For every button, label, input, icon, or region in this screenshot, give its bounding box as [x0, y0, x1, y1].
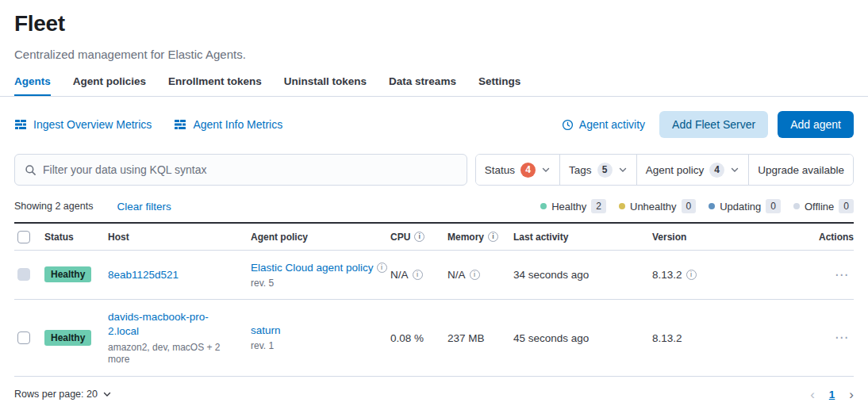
- table-footer: Rows per page: 20 ‹ 1 ›: [14, 388, 854, 401]
- filter-group: Status 4 Tags 5 Agent policy 4 Upgrade a…: [475, 154, 854, 186]
- legend-healthy-label: Healthy: [551, 201, 586, 213]
- cpu-info-icon[interactable]: i: [414, 232, 424, 242]
- tab-enrollment-tokens[interactable]: Enrollment tokens: [168, 75, 262, 96]
- filter-tags[interactable]: Tags 5: [559, 155, 636, 185]
- row-checkbox[interactable]: [17, 268, 30, 281]
- legend-unhealthy-count: 0: [682, 199, 697, 213]
- search-icon: [25, 164, 36, 176]
- agents-toolbar: Ingest Overview Metrics Agent Info Metri…: [14, 111, 854, 138]
- row-actions-button[interactable]: ⋯: [835, 268, 854, 282]
- column-header-last-activity: Last activity: [513, 232, 652, 243]
- cpu-tooltip-icon[interactable]: i: [413, 270, 423, 280]
- agent-info-metrics-label: Agent Info Metrics: [193, 118, 282, 131]
- filter-status-label: Status: [485, 164, 515, 176]
- filter-status[interactable]: Status 4: [476, 155, 559, 185]
- row-checkbox[interactable]: [17, 331, 30, 344]
- column-header-host: Host: [108, 232, 251, 243]
- legend-unhealthy-label: Unhealthy: [630, 201, 677, 213]
- agent-activity-link[interactable]: Agent activity: [562, 118, 645, 131]
- version-info-icon[interactable]: i: [686, 270, 697, 280]
- page-header: Fleet Centralized management for Elastic…: [0, 0, 868, 96]
- agent-info-metrics-link[interactable]: Agent Info Metrics: [174, 118, 282, 131]
- column-header-status: Status: [44, 232, 108, 243]
- tab-agents[interactable]: Agents: [14, 75, 51, 96]
- pagination-next-button[interactable]: ›: [849, 388, 854, 401]
- status-filter-count-badge: 4: [520, 163, 536, 178]
- policy-revision: rev. 1: [251, 340, 390, 351]
- memory-value: 237 MB: [447, 332, 485, 344]
- tab-bar: Agents Agent policies Enrollment tokens …: [14, 75, 854, 96]
- filter-agent-policy[interactable]: Agent policy 4: [636, 155, 749, 185]
- healthy-dot-icon: [540, 203, 547, 209]
- legend-unhealthy: Unhealthy 0: [619, 199, 696, 213]
- pagination-prev-button[interactable]: ‹: [810, 388, 815, 401]
- legend-healthy-count: 2: [591, 199, 606, 213]
- chevron-down-icon: [618, 165, 628, 174]
- ingest-overview-metrics-label: Ingest Overview Metrics: [33, 118, 152, 131]
- agent-host-link[interactable]: davids-macbook-pro-2.local: [108, 311, 209, 338]
- memory-value: N/A: [447, 269, 466, 281]
- header-divider: [0, 96, 868, 97]
- memory-tooltip-icon[interactable]: i: [470, 270, 480, 280]
- search-and-filters: Status 4 Tags 5 Agent policy 4 Upgrade a…: [14, 154, 854, 186]
- select-all-checkbox[interactable]: [17, 231, 30, 243]
- version-value: 8.13.2: [652, 332, 682, 344]
- agent-policy-link[interactable]: saturn: [251, 324, 281, 338]
- chevron-down-icon: [102, 389, 112, 399]
- cpu-value: 0.08 %: [390, 332, 424, 344]
- page-subtitle: Centralized management for Elastic Agent…: [14, 48, 854, 61]
- last-activity-value: 34 seconds ago: [513, 269, 589, 281]
- pagination-page-1[interactable]: 1: [829, 389, 835, 400]
- metrics-icon: [14, 118, 27, 131]
- updating-dot-icon: [709, 203, 715, 209]
- legend-offline: Offline 0: [793, 199, 854, 213]
- kql-search-input[interactable]: [36, 163, 457, 177]
- clear-filters-link[interactable]: Clear filters: [117, 201, 171, 213]
- policy-revision: rev. 5: [251, 278, 390, 289]
- metrics-icon: [174, 118, 186, 131]
- agent-activity-label: Agent activity: [579, 118, 645, 131]
- legend-offline-count: 0: [839, 199, 854, 213]
- legend-updating-label: Updating: [720, 201, 761, 213]
- rows-per-page-button[interactable]: Rows per page: 20: [14, 389, 112, 400]
- column-header-actions: Actions: [770, 232, 854, 243]
- column-header-cpu: CPU i: [390, 232, 447, 243]
- kql-search-bar: [14, 154, 467, 186]
- column-header-agent-policy: Agent policy: [251, 232, 390, 243]
- agents-summary-row: Showing 2 agents Clear filters Healthy 2…: [14, 198, 854, 214]
- policy-info-icon[interactable]: i: [377, 262, 387, 273]
- agent-health-badge: Healthy: [44, 330, 91, 346]
- tab-uninstall-tokens[interactable]: Uninstall tokens: [284, 75, 367, 96]
- chevron-down-icon: [541, 165, 551, 174]
- agent-tags-text: amazon2, dev, macOS + 2 more: [108, 342, 238, 366]
- chevron-down-icon: [730, 165, 739, 174]
- tab-data-streams[interactable]: Data streams: [389, 75, 456, 96]
- agent-host-link[interactable]: 8eab1125d521: [108, 269, 179, 281]
- last-activity-value: 45 seconds ago: [513, 332, 589, 344]
- version-value: 8.13.2: [652, 269, 682, 281]
- agent-row: Healthy davids-macbook-pro-2.local amazo…: [14, 300, 854, 377]
- filter-upgrade-available-label: Upgrade available: [758, 164, 844, 176]
- rows-per-page-label: Rows per page: 20: [14, 389, 98, 400]
- legend-updating: Updating 0: [709, 199, 781, 213]
- unhealthy-dot-icon: [619, 203, 625, 209]
- column-header-version: Version: [652, 232, 770, 243]
- agent-policy-link[interactable]: Elastic Cloud agent policy: [251, 261, 374, 275]
- filter-upgrade-available[interactable]: Upgrade available: [748, 155, 853, 185]
- agent-row: Healthy 8eab1125d521 Elastic Cloud agent…: [14, 251, 854, 300]
- memory-info-icon[interactable]: i: [488, 232, 498, 242]
- tags-filter-count-badge: 5: [597, 163, 613, 178]
- tab-settings[interactable]: Settings: [478, 75, 520, 96]
- row-actions-button[interactable]: ⋯: [835, 331, 854, 344]
- filter-tags-label: Tags: [569, 164, 592, 176]
- column-header-memory: Memory i: [447, 232, 513, 243]
- ingest-overview-metrics-link[interactable]: Ingest Overview Metrics: [14, 118, 152, 131]
- add-fleet-server-button[interactable]: Add Fleet Server: [659, 111, 768, 138]
- add-agent-button[interactable]: Add agent: [778, 111, 854, 138]
- status-legend: Healthy 2 Unhealthy 0 Updating 0 Offline…: [540, 199, 854, 213]
- pagination: ‹ 1 ›: [810, 388, 854, 401]
- legend-healthy: Healthy 2: [540, 199, 606, 213]
- tab-agent-policies[interactable]: Agent policies: [73, 75, 146, 96]
- clock-icon: [562, 119, 574, 131]
- agents-count-label: Showing 2 agents: [14, 201, 93, 212]
